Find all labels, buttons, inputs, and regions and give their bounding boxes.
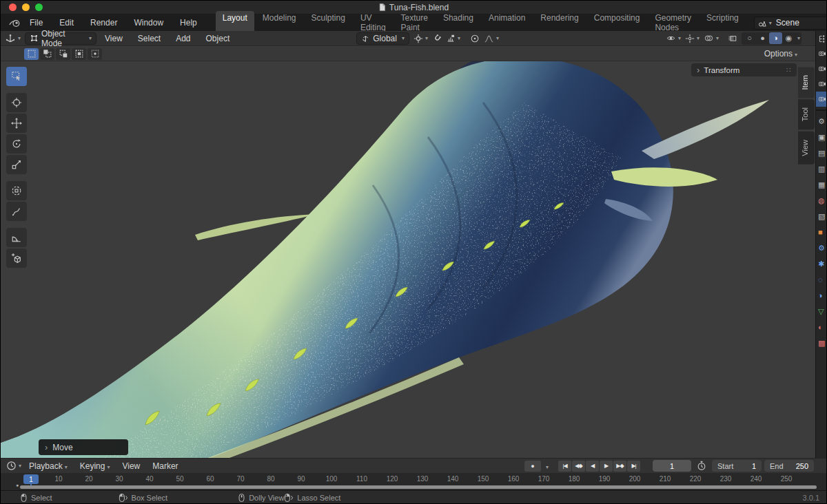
- tool-button-annotate[interactable]: [6, 202, 27, 221]
- transport-button-next-keyframe[interactable]: ▶◆: [613, 461, 626, 472]
- right-rail: ⚙▣▤▥▦◍▧■⚙✱◌◑▽◐▩: [815, 31, 827, 458]
- auto-key-record-button[interactable]: ●: [524, 461, 541, 472]
- snap-target-dropdown-icon[interactable]: [446, 34, 460, 43]
- tool-button-measure[interactable]: [6, 228, 27, 247]
- scene-icon[interactable]: [757, 19, 772, 28]
- sidebar-tab[interactable]: Tool: [798, 99, 815, 129]
- options-button[interactable]: Options: [764, 49, 797, 59]
- viewport-menu-item[interactable]: View: [99, 34, 128, 43]
- outliner-row[interactable]: [816, 92, 827, 107]
- properties-tab-world[interactable]: ◍: [816, 193, 827, 209]
- timeline-ruler[interactable]: 1020304050607080901001101201301401501601…: [1, 473, 826, 490]
- properties-tab-object-data[interactable]: ▽: [816, 304, 827, 319]
- timeline-menu-item[interactable]: Playback: [23, 461, 74, 471]
- properties-tab-constraints[interactable]: ◑: [816, 288, 827, 304]
- shading-mode-button-solid[interactable]: ●: [756, 32, 769, 44]
- tool-button-scale[interactable]: [6, 155, 27, 174]
- transport-button-jump-to-end[interactable]: ▶|: [627, 461, 640, 472]
- ruler-tick: 20: [85, 475, 92, 483]
- mode-dropdown[interactable]: Object Mode: [25, 32, 96, 45]
- outliner-row[interactable]: [816, 46, 827, 61]
- timeline-menu-item[interactable]: Marker: [146, 461, 184, 471]
- select-mode-button-subtract[interactable]: [56, 48, 70, 60]
- blender-logo-icon[interactable]: [9, 18, 21, 28]
- editor-type-timeline-icon[interactable]: [6, 461, 21, 471]
- shading-mode-button-rendered[interactable]: ◉: [782, 32, 795, 44]
- menu-item[interactable]: Window: [127, 16, 170, 30]
- select-mode-button-set[interactable]: [24, 48, 39, 60]
- tool-button-transform[interactable]: [6, 181, 27, 200]
- properties-tab-output[interactable]: ▤: [816, 145, 827, 161]
- snap-magnet-icon[interactable]: [432, 34, 442, 43]
- record-options-icon[interactable]: [544, 461, 549, 471]
- proportional-editing-icon[interactable]: [470, 34, 480, 43]
- viewport-canvas[interactable]: Move Transform ∷ ItemToolView: [1, 61, 815, 458]
- sidebar-tab[interactable]: Item: [798, 67, 815, 98]
- outliner-editor-icon[interactable]: [816, 31, 827, 46]
- viewport-menu-item[interactable]: Select: [132, 34, 166, 43]
- properties-tab-object[interactable]: ■: [816, 224, 827, 240]
- properties-tab-rail: ⚙▣▤▥▦◍▧■⚙✱◌◑▽◐▩: [816, 114, 827, 351]
- frame-end-field[interactable]: End250: [764, 460, 814, 472]
- properties-tab-particles[interactable]: ✱: [816, 256, 827, 272]
- transport-button-jump-to-start[interactable]: |◀: [558, 461, 571, 472]
- tool-button-rotate[interactable]: [6, 134, 27, 154]
- object-mode-icon: [30, 34, 39, 43]
- menu-item[interactable]: Edit: [53, 16, 80, 30]
- transport-button-play-reverse[interactable]: ◀: [586, 461, 599, 472]
- properties-tab-texture[interactable]: ▩: [816, 335, 827, 351]
- shading-mode-button-material-preview[interactable]: ◑: [769, 32, 782, 44]
- scene-selector[interactable]: Scene ×: [754, 17, 827, 30]
- camera-icon: [818, 50, 827, 58]
- viewport-menu-item[interactable]: Add: [170, 34, 196, 43]
- select-mode-button-invert[interactable]: [72, 48, 86, 60]
- outliner-row[interactable]: [816, 76, 827, 92]
- menu-item[interactable]: Render: [84, 16, 123, 30]
- timeline-menu-item[interactable]: Keying: [74, 461, 116, 471]
- camera-icon: [818, 65, 827, 73]
- xray-toggle-icon[interactable]: [727, 34, 737, 43]
- transport-button-prev-keyframe[interactable]: ◀◆: [572, 461, 585, 472]
- select-mode-button-extend[interactable]: [40, 48, 54, 60]
- properties-tab-physics[interactable]: ◌: [816, 272, 827, 288]
- proportional-falloff-icon[interactable]: [484, 34, 499, 43]
- editor-type-3d-viewport-icon[interactable]: [5, 33, 21, 43]
- properties-tab-scene[interactable]: ▦: [816, 177, 827, 193]
- tool-button-add-cube[interactable]: [6, 249, 27, 268]
- tool-button-select-box[interactable]: [6, 67, 27, 86]
- menu-item[interactable]: File: [23, 16, 49, 30]
- operator-panel-move[interactable]: Move: [39, 439, 128, 455]
- stopwatch-icon[interactable]: [697, 461, 706, 471]
- properties-tab-render[interactable]: ▣: [816, 129, 827, 145]
- properties-tab-material[interactable]: ◐: [816, 319, 827, 335]
- tool-button-move[interactable]: [6, 114, 27, 133]
- timeline-menus: PlaybackKeyingViewMarker: [23, 461, 185, 471]
- scene-name[interactable]: Scene: [776, 18, 824, 28]
- timeline-menu-item[interactable]: View: [116, 461, 146, 471]
- shading-mode-button-wireframe[interactable]: ○: [743, 32, 756, 44]
- tool-button-cursor[interactable]: [6, 93, 27, 112]
- panel-grip-icon[interactable]: ∷: [786, 66, 791, 74]
- blender-version: 3.0.1: [803, 494, 819, 502]
- overlays-toggle-icon[interactable]: [704, 34, 719, 43]
- frame-start-field[interactable]: Start1: [712, 460, 762, 472]
- sidebar-tab[interactable]: View: [798, 132, 815, 165]
- properties-tab-view-layer[interactable]: ▥: [816, 161, 827, 177]
- expand-chevron-icon: [697, 65, 700, 75]
- pivot-point-dropdown-icon[interactable]: [414, 34, 428, 43]
- menu-item[interactable]: Help: [174, 16, 203, 30]
- gizmos-toggle-icon[interactable]: [685, 34, 700, 43]
- outliner-row[interactable]: [816, 61, 827, 76]
- visibility-dropdown-icon[interactable]: [666, 34, 681, 43]
- viewport-menu-item[interactable]: Object: [201, 34, 236, 43]
- current-frame-field[interactable]: 1: [653, 460, 691, 472]
- properties-tab-modifiers[interactable]: ⚙: [816, 240, 827, 256]
- select-mode-button-intersect[interactable]: [88, 48, 102, 60]
- timeline-scrollbar[interactable]: [20, 485, 817, 489]
- transform-panel-header[interactable]: Transform ∷: [691, 63, 797, 76]
- playhead-current-frame[interactable]: 1: [23, 474, 39, 484]
- properties-tab-collection[interactable]: ▧: [816, 209, 827, 224]
- transform-orientation-dropdown[interactable]: Global: [356, 32, 409, 45]
- transport-button-play[interactable]: ▶: [600, 461, 613, 472]
- properties-tab-tool[interactable]: ⚙: [816, 114, 827, 129]
